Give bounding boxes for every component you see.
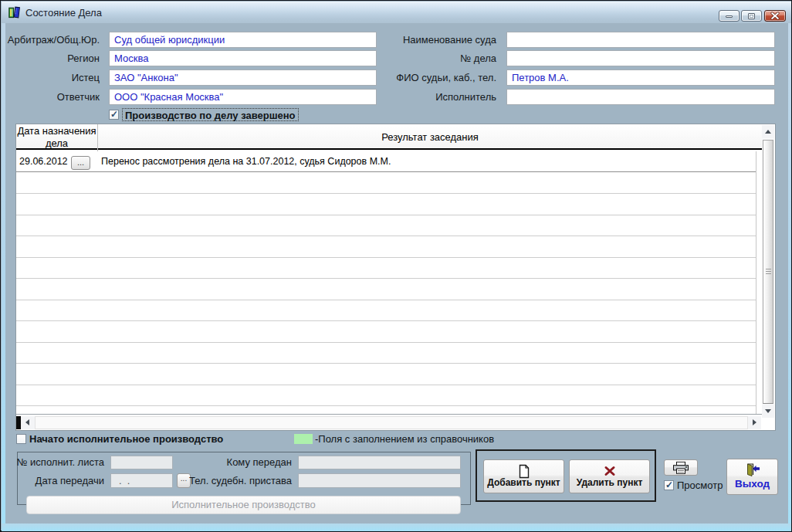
label-case-number: № дела — [383, 50, 496, 66]
input-data-peredachi[interactable] — [110, 473, 173, 488]
input-otvetchik[interactable] — [109, 89, 377, 105]
label-ispolnitel: Исполнитель — [383, 89, 496, 105]
preview-checkbox-label[interactable]: Просмотр — [677, 479, 723, 491]
cell-date[interactable]: 29.06.2012 — [19, 151, 68, 172]
label-otvetchik: Ответчик — [7, 89, 100, 105]
input-arbitrazh[interactable] — [109, 32, 377, 48]
arrow-up-icon — [765, 130, 771, 134]
vertical-scroll-thumb[interactable] — [763, 140, 773, 404]
label-komu-peredan: Кому передан — [194, 456, 292, 469]
horizontal-scroll-thumb[interactable] — [35, 416, 748, 429]
close-button[interactable] — [764, 10, 786, 22]
check-icon: ✓ — [110, 109, 119, 120]
completed-checkbox[interactable]: ✓ — [109, 110, 119, 120]
exit-button[interactable]: Выход — [726, 459, 778, 495]
input-ispolnitel[interactable] — [506, 89, 775, 105]
input-judge[interactable] — [506, 69, 775, 86]
vertical-scrollbar[interactable] — [762, 125, 774, 418]
window-frame-bottom — [2, 524, 792, 531]
legend-label: -Поля с заполнением из справочников — [315, 432, 494, 446]
scroll-right-button[interactable] — [748, 416, 761, 429]
column-right-edge — [756, 151, 756, 414]
thumb-grip-icon — [766, 269, 771, 275]
label-region: Регион — [7, 50, 100, 66]
books-icon — [8, 6, 21, 19]
delete-item-label: Удалить пункт — [570, 477, 649, 488]
cell-result[interactable]: Перенос рассмотрения дела на 31.07.2012,… — [101, 151, 391, 172]
exit-label: Выход — [727, 478, 777, 490]
minimize-icon — [726, 15, 733, 18]
exec-started-checkbox[interactable] — [16, 434, 26, 444]
table-header: Дата назначения дела Результат заседания — [16, 124, 762, 150]
minimize-button[interactable] — [719, 10, 740, 22]
label-judge: ФИО судьи, каб., тел. — [383, 69, 496, 86]
titlebar[interactable]: Состояние Дела — [2, 2, 792, 23]
add-item-label: Добавить пункт — [484, 477, 564, 488]
input-komu-peredan[interactable] — [298, 456, 461, 469]
arrow-down-icon — [765, 409, 771, 413]
label-court-name: Наименование суда — [383, 32, 496, 48]
label-arbitrazh: Арбитраж/Общ.Юр. — [7, 32, 100, 48]
close-icon — [765, 11, 785, 21]
maximize-button[interactable] — [741, 10, 762, 22]
legend-green-swatch — [294, 434, 313, 444]
printer-icon — [672, 461, 689, 474]
hearings-table: Дата назначения дела Результат заседания… — [16, 124, 775, 430]
completed-checkbox-label[interactable]: Производство по делу завершено — [122, 108, 299, 121]
arrow-left-icon — [25, 419, 29, 425]
door-exit-icon — [744, 463, 760, 476]
scroll-up-button[interactable] — [762, 125, 774, 138]
label-data-peredachi: Дата передачи — [16, 473, 104, 488]
input-case-number[interactable] — [506, 50, 775, 66]
red-x-icon — [603, 464, 616, 477]
label-pristav-phone: Тел. судебн. пристава — [178, 473, 292, 488]
maximize-icon — [748, 13, 755, 19]
input-court-name[interactable] — [506, 32, 775, 48]
input-pristav-phone[interactable] — [298, 473, 461, 488]
column-header-result: Результат заседания — [98, 124, 762, 150]
print-button[interactable] — [664, 459, 698, 476]
label-istec: Истец — [7, 69, 100, 86]
scroll-left-button[interactable] — [22, 416, 35, 429]
window-frame-right — [788, 23, 792, 524]
column-header-date: Дата назначения дела — [16, 124, 97, 150]
input-region[interactable] — [109, 50, 377, 66]
horizontal-scrollbar[interactable] — [16, 416, 761, 429]
scroll-left-block — [16, 416, 21, 429]
preview-checkbox[interactable]: ✓ — [664, 480, 674, 490]
delete-item-button[interactable]: Удалить пункт — [569, 459, 650, 493]
window: Состояние Дела Арбитраж/Общ.Юр. Регион И… — [0, 0, 792, 532]
add-item-button[interactable]: Добавить пункт — [483, 459, 564, 493]
window-title: Состояние Дела — [25, 2, 102, 23]
date-browse-button[interactable]: ... — [71, 156, 90, 170]
exec-started-checkbox-label[interactable]: Начато исполнительное производство — [29, 432, 223, 446]
scroll-down-button[interactable] — [762, 405, 774, 418]
table-rows-area[interactable] — [16, 151, 756, 414]
check-icon: ✓ — [665, 479, 674, 490]
label-exec-list-number: № исполнит. листа — [16, 456, 104, 469]
exec-production-button[interactable]: Исполнительное производство — [26, 496, 461, 514]
arrow-right-icon — [753, 419, 756, 425]
input-exec-list-number[interactable] — [110, 456, 173, 469]
rows-bottom-line — [16, 414, 762, 415]
input-istec[interactable] — [109, 69, 377, 86]
window-frame-left — [2, 23, 5, 524]
